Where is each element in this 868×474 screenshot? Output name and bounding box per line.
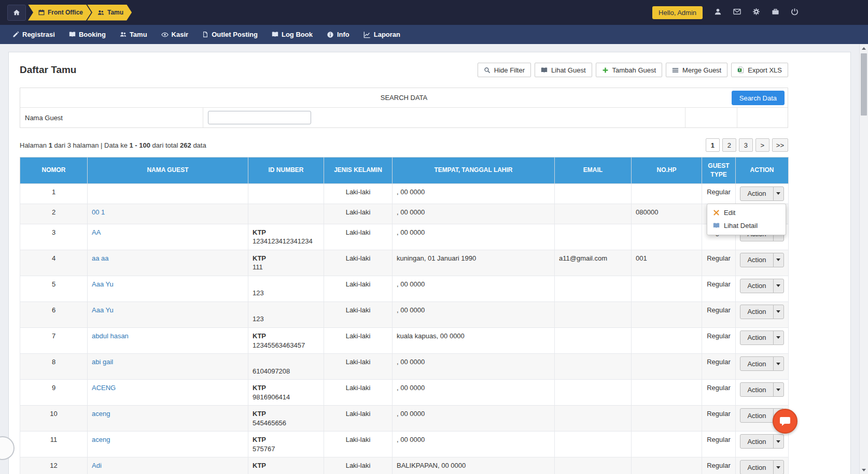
user-button[interactable]: [714, 8, 722, 18]
column-header: TEMPAT, TANGGAL LAHIR: [393, 157, 555, 184]
table-row: 4aa aaKTP111Laki-lakikuningan, 01 Januar…: [20, 250, 789, 276]
cell-nomor: 9: [20, 380, 88, 406]
chat-button[interactable]: [773, 409, 797, 434]
action-dropdown-toggle[interactable]: [773, 434, 784, 449]
menu-item-lihat-detail[interactable]: Lihat Detail: [707, 219, 786, 233]
cell-nomor: 3: [20, 224, 88, 250]
action-dropdown-toggle[interactable]: [773, 279, 784, 293]
page-toolbar: Hide FilterLihat GuestTambah GuestMerge …: [478, 63, 788, 77]
action-button-group: Action: [740, 460, 783, 474]
svg-text:X: X: [739, 68, 741, 71]
cell-ttl: , 00 0000: [393, 204, 555, 224]
column-header: ID NUMBER: [248, 157, 324, 184]
cell-nomor: 2: [20, 204, 88, 224]
id-type: KTP: [253, 383, 319, 393]
topbar-icons: [714, 8, 799, 18]
scrollbar-up-arrow[interactable]: [860, 44, 868, 52]
breadcrumb-label: Tamu: [107, 9, 123, 16]
tambah-guest-button[interactable]: Tambah Guest: [596, 63, 663, 77]
action-button[interactable]: Action: [740, 305, 773, 319]
scrollbar-down-arrow[interactable]: [860, 466, 868, 474]
page-button-3[interactable]: 3: [739, 138, 753, 152]
guest-name-link[interactable]: aceng: [92, 436, 110, 443]
cell-nama: aa aa: [88, 250, 248, 276]
action-button[interactable]: Action: [740, 460, 773, 474]
cell-nohp: 080000: [632, 204, 702, 224]
action-dropdown-menu: EditLihat Detail: [707, 204, 786, 235]
nav-item-laporan[interactable]: Laporan: [363, 31, 400, 38]
search-panel-title: SEARCH DATA: [381, 94, 428, 102]
guest-name-link[interactable]: Aaa Yu: [92, 280, 114, 288]
home-button[interactable]: [7, 5, 26, 21]
scrollbar-thumb[interactable]: [861, 53, 867, 116]
nav-item-registrasi[interactable]: Registrasi: [12, 31, 55, 38]
vertical-scrollbar[interactable]: [859, 44, 868, 474]
action-button[interactable]: Action: [740, 331, 773, 345]
nav-item-log-book[interactable]: Log Book: [272, 31, 313, 38]
nav-item-info[interactable]: Info: [327, 31, 349, 38]
briefcase-button[interactable]: [772, 8, 779, 18]
cell-nama: aceng: [88, 406, 248, 432]
guest-list-card: Daftar Tamu Hide FilterLihat GuestTambah…: [8, 52, 851, 474]
last-page-button[interactable]: >>: [772, 138, 788, 152]
action-dropdown-toggle[interactable]: [773, 460, 784, 474]
breadcrumb-item-tamu[interactable]: Tamu: [87, 5, 132, 21]
hide-filter-button[interactable]: Hide Filter: [478, 63, 531, 77]
action-dropdown-toggle[interactable]: [773, 186, 784, 201]
action-button[interactable]: Action: [740, 408, 773, 423]
column-header: NOMOR: [20, 157, 88, 184]
action-button[interactable]: Action: [740, 186, 773, 201]
action-dropdown-toggle[interactable]: [773, 305, 784, 319]
next-page-button[interactable]: >: [755, 138, 769, 152]
guest-name-link[interactable]: abi gail: [92, 358, 113, 366]
guest-name-link[interactable]: AA: [92, 228, 101, 236]
nav-item-tamu[interactable]: Tamu: [120, 31, 147, 38]
guest-name-link[interactable]: 00 1: [92, 208, 105, 216]
nav-item-kasir[interactable]: Kasir: [161, 31, 189, 38]
gear-button[interactable]: [752, 8, 760, 18]
action-dropdown-toggle[interactable]: [773, 356, 784, 371]
guest-name-link[interactable]: aa aa: [92, 254, 109, 262]
action-dropdown-toggle[interactable]: [773, 382, 784, 397]
cell-nohp: [632, 457, 702, 474]
mail-button[interactable]: [733, 8, 741, 18]
export-xls-button[interactable]: XExport XLS: [731, 63, 788, 77]
guest-name-link[interactable]: aceng: [92, 410, 110, 418]
nav-item-outlet-posting[interactable]: Outlet Posting: [202, 31, 258, 38]
cell-id-number: [248, 204, 324, 224]
chat-icon: [779, 415, 791, 427]
page-button-1[interactable]: 1: [706, 138, 720, 152]
eye-icon: [161, 31, 169, 38]
action-button-group: Action: [740, 356, 783, 371]
action-dropdown-toggle[interactable]: [773, 331, 784, 345]
cell-id-number: KTP575767: [248, 432, 324, 457]
action-dropdown-toggle[interactable]: [773, 253, 784, 267]
cell-action: Action: [736, 432, 789, 457]
user-icon: [714, 8, 722, 16]
table-row: 6Aaa Yu 123Laki-laki, 00 0000RegularActi…: [20, 301, 789, 327]
guest-name-link[interactable]: Aaa Yu: [92, 306, 114, 314]
guest-name-link[interactable]: abdul hasan: [92, 332, 129, 340]
nama-guest-label: Nama Guest: [20, 108, 203, 127]
power-button[interactable]: [791, 8, 799, 18]
cell-action: Action: [736, 301, 789, 327]
merge-guest-button[interactable]: Merge Guest: [666, 63, 727, 77]
search-data-button[interactable]: Search Data: [732, 91, 785, 105]
cell-action: Action: [736, 250, 789, 276]
guest-name-link[interactable]: Adi: [92, 462, 102, 469]
action-button[interactable]: Action: [740, 356, 773, 371]
action-button[interactable]: Action: [740, 253, 773, 267]
nav-item-booking[interactable]: Booking: [69, 31, 106, 38]
action-button[interactable]: Action: [740, 279, 773, 293]
page-button-2[interactable]: 2: [722, 138, 736, 152]
cell-guest-type: Regular: [702, 301, 736, 327]
lihat-guest-button[interactable]: Lihat Guest: [535, 63, 592, 77]
info-icon: [327, 31, 334, 38]
cell-id-number: 123: [248, 276, 324, 301]
action-button[interactable]: Action: [740, 382, 773, 397]
action-button[interactable]: Action: [740, 434, 773, 449]
nama-guest-input[interactable]: [208, 111, 311, 124]
menu-item-edit[interactable]: Edit: [707, 206, 786, 220]
guest-name-link[interactable]: ACENG: [92, 384, 116, 392]
breadcrumb-item-front-office[interactable]: Front Office: [28, 5, 91, 21]
